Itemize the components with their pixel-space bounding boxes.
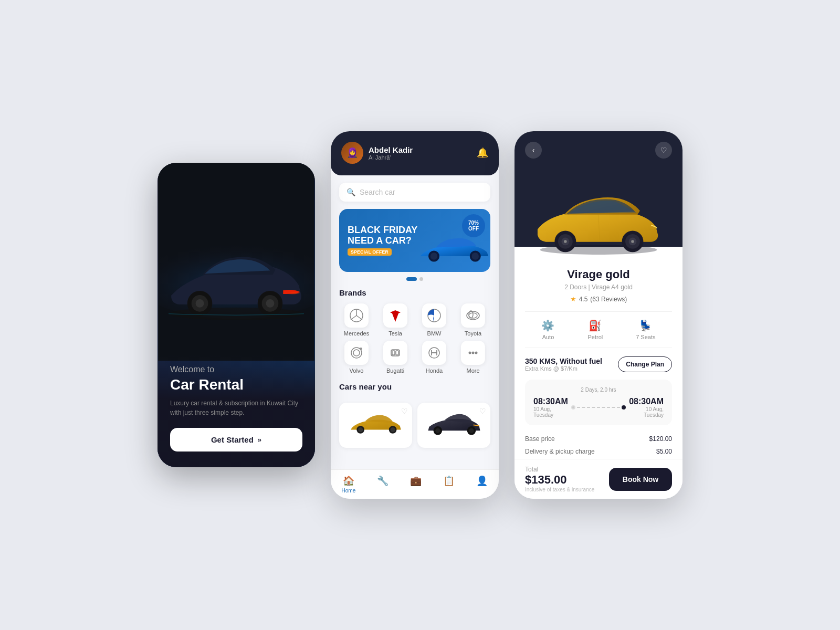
banner-car-image [414, 225, 490, 272]
brands-title: Brands [339, 288, 490, 297]
mercedes-label: Mercedes [344, 330, 369, 337]
total-info: Total $135.00 Inclusive of taxes & insur… [525, 466, 594, 492]
get-started-button[interactable]: Get Started » [170, 428, 302, 452]
nav-home[interactable]: 🏠 Home [342, 475, 356, 494]
total-label: Total [525, 466, 594, 473]
special-offer-badge: SPECIAL OFFER [348, 248, 392, 256]
more-label: More [466, 368, 479, 374]
brand-honda[interactable]: Honda [417, 341, 452, 374]
svg-point-47 [564, 240, 567, 243]
base-price-label: Base price [525, 435, 555, 443]
delivery-label: Delivery & pickup charge [525, 448, 595, 455]
svg-point-39 [435, 428, 440, 433]
svg-point-8 [266, 299, 275, 308]
car-2-favorite[interactable]: ♡ [479, 407, 486, 415]
bugatti-label: Bugatti [386, 368, 404, 374]
car-main-image [530, 189, 667, 257]
car-card-1[interactable]: ♡ [339, 403, 412, 448]
svg-point-23 [353, 350, 360, 356]
book-now-button[interactable]: Book Now [609, 468, 672, 491]
car-detail-header: ‹ ♡ [514, 131, 682, 247]
cars-near-title: Cars near you [339, 382, 392, 391]
volvo-label: Volvo [350, 368, 364, 374]
get-started-arrows: » [258, 436, 261, 444]
svg-rect-28 [396, 351, 398, 355]
plan-title: 350 KMS, Without fuel [525, 357, 602, 365]
base-price-row: Base price $120.00 [525, 433, 672, 445]
pricing-section: Base price $120.00 Delivery & pickup cha… [525, 433, 672, 458]
reviews-count: (63 Reviews) [590, 296, 627, 303]
rating-value: 4.5 [579, 296, 588, 303]
banner-dots [339, 277, 490, 281]
nav-search[interactable]: 🔧 [377, 475, 388, 494]
delivery-price-row: Delivery & pickup charge $5.00 [525, 445, 672, 458]
banner-text: BLACK FRIDAY NEED A CAR? SPECIAL OFFER [348, 225, 417, 256]
back-button[interactable]: ‹ [525, 142, 542, 159]
notification-icon[interactable]: 🔔 [477, 147, 488, 159]
end-date: 10 Aug, Tuesday [629, 406, 664, 418]
brand-bmw[interactable]: BMW [417, 303, 452, 337]
auto-icon: ⚙️ [541, 319, 554, 332]
home-nav-label: Home [342, 488, 356, 494]
car-rental-title: Car Rental [170, 376, 302, 393]
timeline-line [571, 405, 626, 410]
nav-wallet[interactable]: 📋 [443, 475, 455, 494]
wallet-nav-icon: 📋 [443, 475, 455, 487]
delivery-value: $5.00 [656, 448, 672, 455]
home-body: 🔍 Search car BLACK FRIDAY NEED A CAR? SP… [331, 175, 499, 469]
car-2-image [423, 408, 485, 439]
booking-timeline: 2 Days, 2.0 hrs 08:30AM 10 Aug, Tuesday … [525, 380, 672, 425]
auto-label: Auto [542, 334, 554, 340]
search-bar[interactable]: 🔍 Search car [339, 183, 490, 202]
svg-point-32 [472, 352, 475, 354]
car-detail-body: Virage gold 2 Doors | Virage A4 gold ★ 4… [514, 252, 682, 459]
dot-2 [419, 277, 423, 281]
car-card-2[interactable]: ♡ [417, 403, 490, 448]
svg-point-13 [472, 253, 479, 260]
nav-bookings[interactable]: 💼 [410, 475, 422, 494]
car-name: Virage gold [525, 268, 672, 281]
car-features: ⚙️ Auto ⛽ Petrol 💺 7 Seats [525, 311, 672, 348]
svg-point-33 [475, 352, 478, 354]
brand-more[interactable]: More [456, 341, 490, 374]
timeline-end-dot [622, 405, 626, 410]
bottom-navigation: 🏠 Home 🔧 💼 📋 👤 [331, 469, 499, 499]
svg-point-5 [196, 299, 204, 308]
banner-line1: BLACK FRIDAY [348, 225, 417, 236]
cars-near-header: Cars near you [339, 382, 490, 397]
car-rating: ★ 4.5 (63 Reviews) [525, 295, 672, 303]
brand-tesla[interactable]: Tesla [378, 303, 413, 337]
profile-nav-icon: 👤 [476, 475, 488, 487]
timeline-dashes [577, 407, 620, 408]
duration-label: 2 Days, 2.0 hrs [533, 387, 664, 393]
start-time: 08:30AM [533, 397, 568, 406]
petrol-label: Petrol [587, 334, 603, 340]
brand-toyota[interactable]: Toyota [456, 303, 490, 337]
more-logo [461, 341, 485, 365]
cars-near-row: ♡ [339, 403, 490, 448]
end-time-block: 08:30AM 10 Aug, Tuesday [629, 397, 664, 418]
change-plan-button[interactable]: Change Plan [618, 356, 672, 372]
total-row: Total $135.00 Inclusive of taxes & insur… [525, 466, 672, 492]
dark-car-image [158, 163, 315, 361]
svg-point-41 [469, 428, 474, 433]
feature-seats: 💺 7 Seats [636, 319, 655, 340]
car-1-favorite[interactable]: ♡ [401, 407, 408, 415]
user-location: Al Jahrā' [369, 154, 413, 161]
timeline-row: 08:30AM 10 Aug, Tuesday 08:30AM 10 Aug, … [533, 397, 664, 418]
favorite-button[interactable]: ♡ [655, 142, 672, 159]
svg-point-37 [390, 427, 395, 432]
booking-footer: Total $135.00 Inclusive of taxes & insur… [514, 459, 682, 499]
svg-line-16 [351, 316, 356, 320]
bookings-nav-icon: 💼 [410, 475, 422, 487]
brand-mercedes[interactable]: Mercedes [339, 303, 374, 337]
bmw-label: BMW [427, 330, 442, 337]
base-price-value: $120.00 [649, 435, 672, 443]
nav-profile[interactable]: 👤 [476, 475, 488, 494]
volvo-logo [344, 341, 369, 365]
car-subtitle: 2 Doors | Virage A4 gold [525, 284, 672, 291]
brand-volvo[interactable]: Volvo [339, 341, 374, 374]
user-name: Abdel Kadir [369, 145, 413, 154]
car-detail-screen: ‹ ♡ [514, 131, 682, 499]
brand-bugatti[interactable]: Bugatti [378, 341, 413, 374]
